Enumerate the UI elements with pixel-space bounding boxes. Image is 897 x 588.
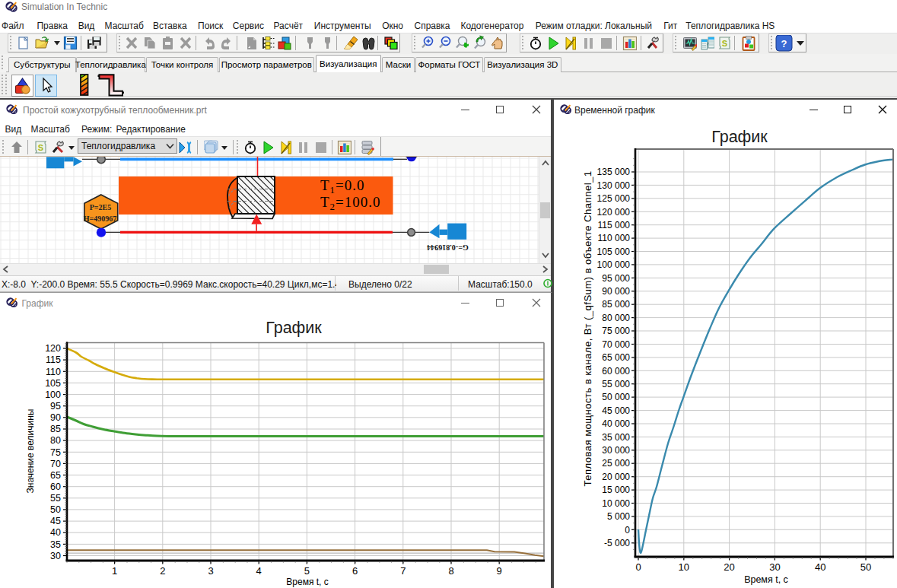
svg-text:6: 6 — [352, 565, 358, 577]
svg-text:120: 120 — [45, 343, 61, 354]
svg-text:70: 70 — [50, 459, 61, 469]
svg-text:95 000: 95 000 — [602, 273, 630, 284]
svg-text:?: ? — [781, 38, 787, 49]
svg-text:15 000: 15 000 — [602, 485, 630, 495]
svg-text:S: S — [37, 143, 43, 152]
svg-text:130 000: 130 000 — [597, 180, 631, 191]
svg-text:-5 000: -5 000 — [604, 538, 630, 548]
svg-text:T1=0.0: T1=0.0 — [320, 177, 365, 195]
svg-text:50: 50 — [50, 504, 61, 515]
svg-text:H=490967: H=490967 — [84, 215, 116, 223]
svg-text:График: График — [266, 319, 322, 337]
svg-text:75 000: 75 000 — [602, 326, 630, 336]
svg-text:Время t, с: Время t, с — [286, 577, 328, 587]
svg-text:120 000: 120 000 — [597, 207, 631, 218]
svg-text:30 000: 30 000 — [602, 445, 630, 456]
svg-text:P=2E5: P=2E5 — [90, 203, 111, 211]
svg-text:7: 7 — [400, 565, 406, 577]
svg-text:0: 0 — [625, 525, 630, 536]
svg-text:Время t, с: Время t, с — [744, 574, 788, 585]
svg-text:5: 5 — [304, 565, 310, 577]
svg-text:90: 90 — [50, 412, 61, 423]
svg-text:80 000: 80 000 — [602, 313, 630, 323]
svg-text:100: 100 — [45, 389, 61, 400]
svg-text:60 000: 60 000 — [602, 366, 630, 377]
svg-text:110: 110 — [46, 367, 61, 377]
svg-text:Тепловая мощность в канале, Вт: Тепловая мощность в канале, Вт (_qfSum) … — [582, 171, 593, 487]
svg-text:55: 55 — [50, 493, 61, 504]
svg-text:65: 65 — [50, 470, 61, 481]
svg-text:50: 50 — [860, 561, 871, 573]
svg-text:5 000: 5 000 — [607, 511, 630, 522]
svg-text:35: 35 — [50, 539, 61, 550]
svg-text:20: 20 — [724, 561, 734, 573]
svg-text:35 000: 35 000 — [602, 432, 630, 443]
svg-text:4: 4 — [256, 565, 262, 577]
svg-text:8: 8 — [448, 565, 453, 577]
svg-text:60: 60 — [50, 482, 61, 492]
svg-text:10 000: 10 000 — [602, 498, 630, 509]
svg-text:105 000: 105 000 — [597, 246, 631, 257]
svg-text:85: 85 — [50, 424, 61, 434]
svg-text:3: 3 — [208, 565, 213, 577]
svg-text:95: 95 — [50, 401, 61, 412]
svg-text:90 000: 90 000 — [602, 286, 630, 297]
svg-text:50 000: 50 000 — [602, 392, 630, 402]
svg-text:30: 30 — [50, 551, 61, 561]
svg-text:115 000: 115 000 — [598, 220, 631, 230]
svg-text:10: 10 — [679, 561, 689, 573]
svg-text:110 000: 110 000 — [598, 233, 631, 243]
svg-text:40: 40 — [815, 561, 825, 573]
svg-text:55 000: 55 000 — [602, 379, 630, 389]
svg-text:2: 2 — [160, 565, 165, 577]
svg-text:75: 75 — [50, 447, 61, 458]
svg-text:Значение величины: Значение величины — [25, 409, 36, 494]
svg-text:40: 40 — [50, 527, 61, 538]
svg-text:80: 80 — [50, 435, 61, 446]
svg-text:45: 45 — [50, 516, 61, 526]
svg-text:135 000: 135 000 — [597, 167, 631, 177]
svg-text:105: 105 — [45, 378, 61, 389]
svg-text:20 000: 20 000 — [602, 472, 630, 482]
svg-text:85 000: 85 000 — [602, 299, 630, 310]
svg-text:S: S — [722, 39, 727, 48]
svg-text:115: 115 — [46, 354, 61, 365]
svg-text:9: 9 — [497, 565, 502, 577]
svg-text:1: 1 — [112, 565, 117, 577]
svg-text:G=-0.816944: G=-0.816944 — [427, 243, 468, 252]
svg-text:T2=100.0: T2=100.0 — [320, 194, 381, 212]
svg-text:0: 0 — [635, 561, 641, 573]
svg-text:30: 30 — [769, 561, 780, 573]
svg-text:125 000: 125 000 — [597, 193, 631, 204]
svg-text:70 000: 70 000 — [602, 339, 630, 350]
svg-text:45 000: 45 000 — [602, 405, 630, 416]
svg-text:25 000: 25 000 — [602, 458, 630, 469]
svg-text:График: График — [711, 128, 768, 146]
svg-text:100 000: 100 000 — [597, 259, 631, 270]
svg-text:65 000: 65 000 — [602, 352, 630, 363]
svg-text:40 000: 40 000 — [602, 418, 630, 429]
